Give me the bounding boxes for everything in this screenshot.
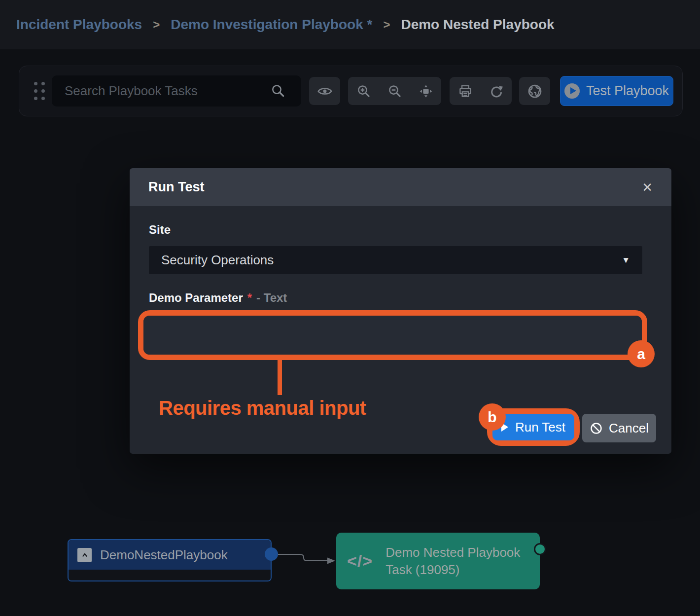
node2-label-line1: Demo Nested Playbook (385, 544, 520, 561)
demo-parameter-input[interactable] (143, 316, 642, 355)
run-test-modal: Run Test ✕ Site Security Operations ▼ De… (130, 168, 671, 454)
search-input[interactable] (52, 75, 301, 107)
param-type: - Text (256, 291, 287, 305)
collapse-chevron-icon[interactable] (77, 548, 92, 562)
search-icon (271, 83, 285, 98)
breadcrumb-incident-playbooks[interactable]: Incident Playbooks (16, 17, 142, 33)
site-label: Site (149, 223, 171, 237)
annotation-marker-a: a (628, 340, 655, 367)
test-playbook-label: Test Playbook (586, 83, 669, 99)
annotation-note: Requires manual input (159, 397, 366, 419)
node-demo-nested-playbook[interactable]: DemoNestedPlaybook (68, 539, 272, 581)
node1-label: DemoNestedPlaybook (100, 547, 228, 563)
print-button[interactable] (450, 77, 481, 105)
cancel-label: Cancel (609, 421, 649, 436)
cancel-icon (590, 422, 603, 435)
annotation-highlight-a (138, 310, 647, 360)
node2-label: Demo Nested Playbook Task (19095) (385, 544, 520, 579)
site-select[interactable]: Security Operations ▼ (149, 246, 642, 274)
node1-header: DemoNestedPlaybook (69, 540, 271, 570)
zoom-out-button[interactable] (379, 77, 410, 105)
printer-icon (458, 84, 473, 99)
breadcrumb-current-page: Demo Nested Playbook (401, 17, 554, 33)
eye-icon (317, 83, 333, 99)
test-playbook-button[interactable]: Test Playbook (560, 76, 673, 106)
output-controls-group (450, 77, 512, 105)
close-icon[interactable]: ✕ (642, 181, 653, 194)
param-name: Demo Parameter (149, 291, 243, 305)
modal-header: Run Test ✕ (130, 168, 671, 206)
search-box (52, 75, 301, 107)
fit-to-view-button[interactable] (410, 77, 441, 105)
node1-footer (69, 570, 271, 580)
required-asterisk: * (247, 291, 252, 305)
playbook-toolbar: Test Playbook (19, 66, 683, 116)
site-select-value: Security Operations (161, 253, 274, 268)
breadcrumb-demo-investigation-playbook[interactable]: Demo Investigation Playbook * (171, 17, 372, 33)
refresh-button[interactable] (481, 77, 512, 105)
zoom-out-icon (387, 84, 402, 99)
cancel-button[interactable]: Cancel (582, 414, 656, 442)
edge-connector (274, 546, 343, 576)
run-test-label: Run Test (515, 420, 565, 435)
globe-icon (527, 83, 543, 99)
toggle-visibility-button[interactable] (309, 77, 340, 105)
zoom-in-button[interactable] (348, 77, 379, 105)
refresh-icon (489, 84, 504, 99)
node2-output-port[interactable] (534, 543, 546, 555)
breadcrumb: Incident Playbooks > Demo Investigation … (0, 0, 700, 49)
chevron-down-icon: ▼ (622, 255, 630, 265)
code-icon: </> (347, 551, 373, 571)
globe-button[interactable] (519, 77, 550, 105)
fit-to-view-icon (419, 84, 433, 99)
annotation-marker-b: b (479, 403, 506, 431)
annotation-callout-line (278, 360, 282, 395)
app-root: Incident Playbooks > Demo Investigation … (0, 0, 700, 616)
node-demo-nested-playbook-task[interactable]: </> Demo Nested Playbook Task (19095) (336, 533, 540, 589)
play-circle-icon (564, 83, 580, 99)
zoom-controls-group (348, 77, 441, 105)
node2-label-line2: Task (19095) (385, 561, 520, 579)
chevron-right-icon: > (383, 18, 390, 32)
zoom-in-icon (356, 84, 371, 99)
demo-parameter-label: Demo Parameter * - Text (149, 291, 287, 305)
chevron-right-icon: > (153, 18, 160, 32)
drag-handle-icon[interactable] (34, 82, 45, 100)
modal-title: Run Test (148, 180, 205, 195)
modal-body: Site Security Operations ▼ Demo Paramete… (130, 206, 671, 454)
